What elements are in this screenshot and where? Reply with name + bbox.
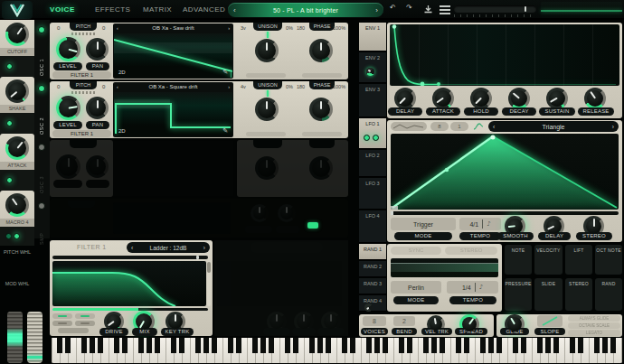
osc1-pitch-left-value[interactable]: 0 <box>57 25 60 31</box>
osc2-pitch-right-value[interactable]: 0 <box>102 84 105 89</box>
tab-lfo3[interactable]: LFO 3 <box>359 178 386 210</box>
undo-icon[interactable]: ↶ <box>390 4 396 12</box>
lfo-display[interactable] <box>391 134 619 210</box>
octave-scale-button[interactable]: OCTAVE SCALE <box>568 322 620 329</box>
osc1-unison-subpill[interactable] <box>246 73 286 78</box>
osc1-phase-tab[interactable]: PHASE <box>309 23 335 31</box>
filter1-model-prev-icon[interactable]: ‹ <box>131 245 133 251</box>
macro-cutoff-knob[interactable] <box>5 23 29 46</box>
redo-icon[interactable]: ↷ <box>406 4 412 12</box>
tab-env3[interactable]: ENV 3 <box>359 84 386 117</box>
env-display[interactable] <box>390 24 619 86</box>
osc1-wavetable-name[interactable]: OB Xa - Saw drift <box>113 25 233 31</box>
osc2-2d-toggle[interactable]: 2D <box>118 128 126 134</box>
preset-name[interactable]: 50 - PL - A bit brighter <box>273 7 338 14</box>
filter1-cutoff-slider[interactable] <box>52 256 208 259</box>
legato-button[interactable]: LEGATO <box>568 330 620 336</box>
lfo-paint-mode-icon[interactable] <box>472 122 485 131</box>
env-decay-knob[interactable] <box>508 88 530 109</box>
tab-advanced[interactable]: ADVANCED <box>183 5 225 14</box>
tab-voice[interactable]: VOICE <box>50 5 75 14</box>
osc2-phase-subpill[interactable] <box>302 132 342 136</box>
osc2-phase-tab[interactable]: PHASE <box>309 81 335 89</box>
mpe-note-cell[interactable]: NOTE <box>505 245 532 275</box>
lfo-tempo-note-icon[interactable]: ♪ <box>487 220 490 228</box>
osc2-level-knob[interactable] <box>56 96 80 120</box>
osc2-edit-pencil-icon[interactable]: ✎ <box>222 127 228 135</box>
filter1-model-next-icon[interactable]: › <box>203 245 205 251</box>
env2-amount-knob[interactable] <box>366 68 374 76</box>
env-delay-knob[interactable] <box>394 88 416 109</box>
macro-shake-knob[interactable] <box>5 79 29 103</box>
mpe-pressure-cell[interactable]: PRESSURE <box>505 278 532 311</box>
osc1-phase-rand[interactable]: 100% <box>333 25 345 31</box>
filter1-input-osc1-button[interactable] <box>52 313 72 319</box>
tab-rand4[interactable]: RAND 4 <box>359 295 386 312</box>
filter2-panel-disabled[interactable] <box>214 240 348 336</box>
env-attack-knob[interactable] <box>432 88 454 109</box>
env-sustain-knob[interactable] <box>546 88 568 109</box>
lfo-shape-prev-icon[interactable]: ‹ <box>493 124 495 130</box>
mpe-velocity-cell[interactable]: VELOCITY <box>534 245 563 275</box>
pitch-wheel[interactable] <box>7 312 23 363</box>
lfo-shape-next-icon[interactable]: › <box>612 124 614 130</box>
osc2-phase-rand[interactable]: 100% <box>333 84 345 89</box>
macro-shake-indicator[interactable] <box>6 120 13 126</box>
lfo-phase-bar[interactable] <box>391 211 619 215</box>
osc1-unison-detune[interactable]: 0% <box>286 25 293 31</box>
osc1-filter-route-button[interactable]: FILTER 1 <box>52 71 111 79</box>
mpe-octnote-cell[interactable]: OCT NOTE <box>595 245 622 275</box>
lfo-tempo-box[interactable]: 4/1 ♪ <box>459 218 501 230</box>
filter1-input-osc2-button[interactable] <box>75 313 95 319</box>
osc1-power-button[interactable] <box>38 26 45 33</box>
smp-keytrack-badge[interactable] <box>307 222 318 229</box>
volume-slider-handle[interactable] <box>525 6 526 12</box>
lfo-mode-dropdown[interactable]: Trigger <box>391 218 456 230</box>
osc1-edit-pencil-icon[interactable]: ✎ <box>222 69 228 76</box>
filter1-response-display[interactable] <box>52 261 206 306</box>
osc1-level-knob[interactable] <box>56 37 80 61</box>
filter1-resonance-slider[interactable] <box>52 308 208 311</box>
osc3-panel-disabled[interactable] <box>50 140 348 197</box>
save-icon[interactable] <box>423 5 433 14</box>
mpe-slide-cell[interactable]: SLIDE <box>534 278 563 311</box>
macro-4-knob[interactable] <box>5 193 29 217</box>
lfo1-indicator-b[interactable] <box>373 135 379 141</box>
mpe-lift-cell[interactable]: LIFT <box>565 245 592 275</box>
piano-keyboard[interactable] <box>52 338 622 363</box>
osc2-next-wave-icon[interactable]: › <box>228 84 230 89</box>
filter1-display-scrollbar[interactable] <box>207 261 211 306</box>
rand-display[interactable] <box>391 258 498 277</box>
osc2-unison-subpill[interactable] <box>246 132 286 136</box>
menu-icon[interactable] <box>440 5 450 14</box>
osc1-unison-voices[interactable]: 3v <box>241 25 246 31</box>
tab-effects[interactable]: EFFECTS <box>95 5 130 14</box>
filter1-serial-route-button[interactable] <box>58 328 89 333</box>
osc1-2d-toggle[interactable]: 2D <box>118 70 126 75</box>
filter1-input-osc3-button[interactable] <box>52 321 72 326</box>
tab-rand2[interactable]: RAND 2 <box>359 261 386 277</box>
smp-panel-disabled[interactable] <box>50 199 348 238</box>
always-glide-button[interactable]: ALWAYS GLIDE <box>568 315 620 322</box>
osc2-wave-display[interactable]: 2D ✎ <box>114 92 232 136</box>
preset-browser[interactable]: ‹ 50 - PL - A bit brighter › <box>228 3 383 17</box>
volume-slider[interactable] <box>454 5 536 13</box>
lfo-grid-y-stepper[interactable]: 1 <box>450 122 468 131</box>
osc2-unison-knob[interactable] <box>255 98 279 121</box>
preset-prev-icon[interactable]: ‹ <box>233 6 236 14</box>
lfo-tempo-value[interactable]: 4/1 <box>469 221 478 228</box>
osc2-unison-detune[interactable]: 0% <box>286 84 293 89</box>
osc1-unison-knob[interactable] <box>255 39 279 62</box>
osc2-unison-voices[interactable]: 4v <box>241 84 246 89</box>
mpe-rand-cell[interactable]: RAND <box>595 278 622 311</box>
osc1-wave-display[interactable]: 2D ✎ <box>114 33 232 78</box>
osc1-unison-tab[interactable]: UNISON <box>253 23 282 31</box>
tab-lfo2[interactable]: LFO 2 <box>359 150 386 177</box>
osc1-phase-value[interactable]: 180 <box>297 25 305 31</box>
macro-cutoff-indicator[interactable] <box>6 63 13 70</box>
osc1-phase-subpill[interactable] <box>302 73 342 78</box>
macro-attack-knob[interactable] <box>5 136 29 160</box>
filter1-input-smp-button[interactable] <box>75 321 95 326</box>
osc2-wavetable-name[interactable]: OB Xa - Square drift <box>113 84 233 89</box>
lfo-grid-x-stepper[interactable]: 8 <box>430 122 449 131</box>
